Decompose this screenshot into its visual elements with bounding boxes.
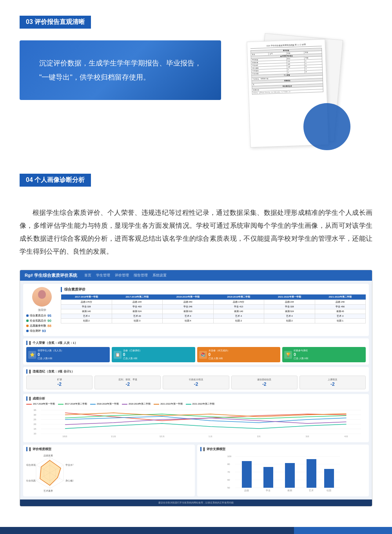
cell: 艺术·4 xyxy=(264,314,315,319)
ach-label-1: 管理学生人数（无人员） xyxy=(38,349,64,352)
ach-card-4: 🏆 积极参与课程 0 已选 人数:0例 xyxy=(282,347,366,362)
avatar-face xyxy=(32,287,52,307)
stat-label-1: 综合素质总分 xyxy=(30,314,46,318)
cell: 学业·403 xyxy=(112,305,163,309)
eval-radar-section: ▌ 评价维度模型 xyxy=(23,445,195,496)
cell: 品德·234 xyxy=(112,300,163,305)
cell: 社团·3 xyxy=(112,319,163,323)
dashboard-header: Rg# 学生综合素质评价系统 首页 学生管理 评价管理 报告管理 系统设置 xyxy=(20,270,372,281)
svg-text:50: 50 xyxy=(227,487,230,489)
vio-label-4: 诚信基础信息 xyxy=(234,378,295,381)
section-04: 04 个人画像诊断分析 根据学生综合素质评价、个人荣誉、违规违纪等过程性记录，通… xyxy=(0,166,392,522)
ach-card-3: 📚 未选修（未完成的） 0 已选 人数:0例 xyxy=(197,347,281,362)
svg-text:综合表现: 综合表现 xyxy=(26,463,36,466)
nav-item-1: 首页 xyxy=(84,273,91,278)
ach-sub-4: 已选 人数:0例 xyxy=(294,357,308,360)
cell: 艺术·3 xyxy=(315,314,366,319)
legend-label-2: 2017-2018年第二学期 xyxy=(65,403,87,405)
cell: 品德·176分 xyxy=(61,300,112,305)
profile-right: 综合素质评价 2017-2018年第一学期 2017-2018年第二学期 201… xyxy=(61,287,366,333)
bottom-bar-blue xyxy=(294,527,392,534)
vio-card-5: 上课情况 -2 xyxy=(299,376,366,389)
legend-1: 2017-2018年第一学期 xyxy=(26,403,55,405)
cell: 社团·2 xyxy=(264,319,315,323)
th-5: 2021-2022年第一学期 xyxy=(264,294,315,300)
ach-num-2: 0 xyxy=(123,352,142,357)
svg-text:11月: 11月 xyxy=(111,436,116,438)
svg-text:30: 30 xyxy=(34,414,36,416)
table-row: 品德·176分 品德·234 品德·340 品德·176分 品德·234 品德·… xyxy=(61,300,366,305)
vio-card-3: 行政处分情况 -2 xyxy=(163,376,229,389)
vio-num-2: -2 xyxy=(97,381,158,387)
vio-num-3: -2 xyxy=(165,381,227,387)
svg-text:艺术: 艺术 xyxy=(309,489,314,492)
svg-text:70: 70 xyxy=(227,471,230,473)
svg-text:25: 25 xyxy=(34,419,36,421)
trend-legend: 2017-2018年第一学期 2017-2018年第二学期 2018-2019年… xyxy=(26,403,366,405)
cell: 艺术·4 xyxy=(61,314,112,319)
th-6: 2021-2022年第二学期 xyxy=(315,294,366,300)
ach-sub-1: 已选 人数:0例 xyxy=(38,357,64,360)
stat-label-2: 社会实践总分 xyxy=(30,319,46,323)
radar-title: ▌ 评价维度模型 xyxy=(26,447,192,451)
legend-6: 2021-2022年第二学期 xyxy=(186,403,214,405)
legend-label-5: 2021-2022年第一学期 xyxy=(160,403,182,405)
vio-label-3: 行政处分情况 xyxy=(165,378,227,381)
legend-line-6 xyxy=(186,404,191,405)
ach-label-2: 选修（已修课程） xyxy=(123,349,142,352)
svg-text:品德: 品德 xyxy=(244,489,249,492)
table-row: 体测·140 体测·524 体测·520 体测·140 体测·524 体测·45 xyxy=(61,309,366,314)
svg-text:10: 10 xyxy=(34,433,36,435)
ach-num-1: 0 xyxy=(38,352,64,357)
cell: 体测·524 xyxy=(264,309,315,314)
legend-3: 2018-2019年第一学期 xyxy=(90,403,119,405)
cell: 体测·45 xyxy=(315,309,366,314)
trend-title: ▌ 成绩分析 xyxy=(26,396,366,401)
bar-title: ▌ 评价支撑模型 xyxy=(200,447,366,451)
table-row: 学业·328 学业·403 学业·246 学业·413 学业·328 学业·45… xyxy=(61,305,366,309)
stat-num-2: 90 xyxy=(47,319,51,323)
legend-line-3 xyxy=(90,404,96,405)
vio-card-2: 迟到、请假、早退 -2 xyxy=(94,376,161,389)
th-1: 2017-2018年第一学期 xyxy=(61,294,112,300)
cell: 艺术·4 xyxy=(163,314,214,319)
table-row: 社团·2 社团·3 社团·4 社团·2 社团·2 社团·1 xyxy=(61,319,366,323)
vio-num-5: -2 xyxy=(302,381,363,387)
vio-label-2: 迟到、请假、早退 xyxy=(97,378,158,381)
stat-label-3: 志愿服务时数 xyxy=(30,324,46,328)
stat-num-1: 95 xyxy=(47,314,51,318)
legend-label-3: 2018-2019年第一学期 xyxy=(97,403,119,405)
dashboard-container: Rg# 学生综合素质评价系统 首页 学生管理 评价管理 报告管理 系统设置 xyxy=(20,270,372,507)
bottom-bars xyxy=(0,527,392,534)
section-03-text-block: 沉淀评价数据，生成学生学年学期报告、毕业报告， "一键导出"，供学校归档留存使用… xyxy=(20,40,221,100)
ach-card-1: ⭐ 管理学生人数（无人员） 0 已选 人数:0例 xyxy=(26,347,110,362)
legend-5: 2021-2022年第一学期 xyxy=(154,403,182,405)
ach-icon-1: ⭐ xyxy=(28,351,36,359)
ach-icon-3: 📚 xyxy=(199,351,207,359)
violation-cards: 旷课 -2 迟到、请假、早退 -2 行政处分情况 -2 诚信基础信息 xyxy=(26,376,366,389)
legend-line-2 xyxy=(58,404,64,405)
bottom-bar-dark xyxy=(0,527,294,534)
svg-text:社会实践: 社会实践 xyxy=(26,479,36,482)
cell: 品德·240 xyxy=(315,300,366,305)
cell: 学业·413 xyxy=(213,305,264,309)
achievement-title: ▌ 个人荣誉（含奖：3项 人次：1） xyxy=(26,341,366,345)
legend-2: 2017-2018年第二学期 xyxy=(58,403,87,405)
svg-text:80: 80 xyxy=(227,463,230,465)
stat-badge-2: 社会实践总分 90 xyxy=(26,319,58,323)
svg-text:2月: 2月 xyxy=(257,436,261,438)
dashboard-footer: 建议在谷歌浏览器打开当前系统的网站使用，以保证系统的正常使用功能 xyxy=(20,499,372,506)
trend-section: ▌ 成绩分析 2017-2018年第一学期 2017-2018年第二学期 xyxy=(23,394,369,442)
svg-text:艺术素养: 艺术素养 xyxy=(44,489,53,492)
dashboard-logo: Rg# 学生综合素质评价系统 xyxy=(25,272,77,278)
nav-item-2: 学生管理 xyxy=(96,273,110,278)
legend-line-5 xyxy=(154,404,159,405)
cell: 体测·520 xyxy=(163,309,214,314)
ach-card-2: 📋 选修（已修课程） 0 已选 人数:0例 xyxy=(112,347,195,362)
stat-label-4: 综合测评 xyxy=(30,329,41,333)
cell: 品德·176分 xyxy=(213,300,264,305)
vio-card-1: 旷课 -2 xyxy=(26,376,93,389)
stat-num-3: 88 xyxy=(47,324,51,328)
avatar-box xyxy=(32,287,52,307)
table-row: 艺术·4 艺术·20 艺术·4 艺术·4 艺术·4 艺术·3 xyxy=(61,314,366,319)
